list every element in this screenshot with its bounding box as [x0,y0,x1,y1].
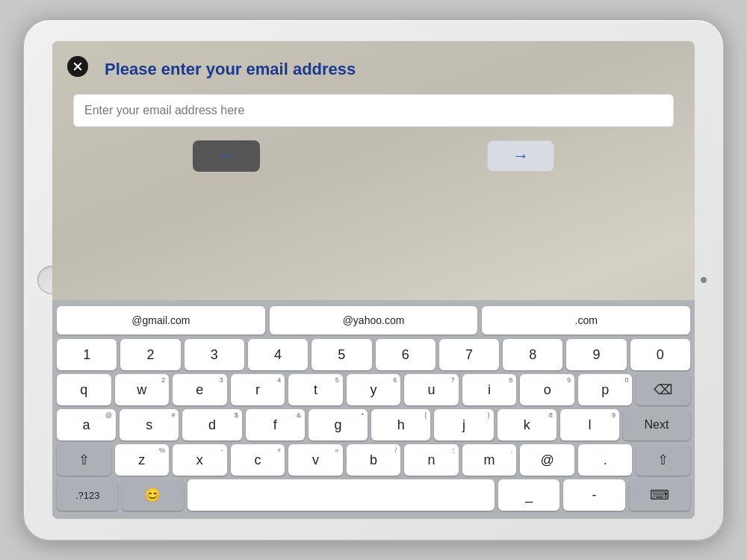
key-period[interactable]: . [578,444,633,476]
key-7[interactable]: 7 [439,339,499,370]
keyboard-hide-button[interactable]: ⌨ [629,479,690,511]
close-button[interactable] [67,56,88,77]
nav-buttons: ← → [73,140,674,172]
key-g[interactable]: *g [309,409,368,441]
side-button [701,277,707,283]
forward-button[interactable]: → [487,140,554,172]
key-1[interactable]: 1 [57,339,117,370]
autocomplete-row: @gmail.com @yahoo.com .com [57,306,690,335]
key-o[interactable]: 9o [520,374,574,405]
underscore-button[interactable]: _ [498,479,560,511]
space-bar[interactable] [187,479,495,511]
screen: Please enter your email address ← → @gma… [52,41,695,519]
number-row: 1 2 3 4 5 6 7 8 9 0 [57,339,690,370]
key-j[interactable]: )j [434,409,493,441]
autocomplete-yahoo[interactable]: @yahoo.com [270,306,478,335]
next-button[interactable]: Next [623,409,690,441]
key-m[interactable]: ,m [462,444,517,476]
key-q[interactable]: q [57,374,111,405]
dash-button[interactable]: - [563,479,624,511]
qwerty-row: q 2w 3e 4r 5t 6y 7u 8i 9o 0p ⌫ [57,374,690,405]
asdf-row: @a #s $d &f *g (h )j 8k 9l Next [57,409,690,441]
key-w[interactable]: 2w [115,374,170,405]
key-3[interactable]: 3 [185,339,244,370]
shift-right-icon: ⇧ [657,452,669,468]
key-2[interactable]: 2 [120,339,180,370]
key-x[interactable]: -x [173,444,227,476]
key-at[interactable]: @ [520,444,574,476]
key-p[interactable]: 0p [578,374,633,405]
ipad-frame: Please enter your email address ← → @gma… [22,19,725,541]
numbers-button[interactable]: .?123 [57,479,118,511]
key-9[interactable]: 9 [566,339,626,370]
shift-left-button[interactable]: ⇧ [57,444,111,476]
key-8[interactable]: 8 [503,339,562,370]
key-0[interactable]: 0 [630,339,690,370]
key-a[interactable]: @a [57,409,116,441]
shift-left-icon: ⇧ [78,452,90,468]
key-f[interactable]: &f [246,409,305,441]
key-4[interactable]: 4 [248,339,308,370]
modal-area: Please enter your email address ← → [52,41,695,258]
key-h[interactable]: (h [371,409,430,441]
modal-title: Please enter your email address [105,59,674,81]
backspace-button[interactable]: ⌫ [636,374,690,405]
key-d[interactable]: $d [182,409,241,441]
key-t[interactable]: 5t [288,374,343,405]
key-l[interactable]: 9l [560,409,619,441]
autocomplete-gmail[interactable]: @gmail.com [57,306,265,335]
bottom-row: .?123 😊 _ - ⌨ [57,479,690,511]
back-arrow-icon: ← [218,146,235,166]
key-6[interactable]: 6 [376,339,436,370]
key-i[interactable]: 8i [462,374,517,405]
key-v[interactable]: =v [288,444,343,476]
key-u[interactable]: 7u [404,374,459,405]
key-y[interactable]: 6y [347,374,401,405]
key-r[interactable]: 4r [231,374,285,405]
forward-arrow-icon: → [512,146,529,166]
emoji-button[interactable]: 😊 [122,479,183,511]
key-c[interactable]: +c [231,444,285,476]
back-button[interactable]: ← [193,140,260,172]
backspace-icon: ⌫ [654,382,672,398]
shift-right-button[interactable]: ⇧ [636,444,690,476]
key-b[interactable]: /b [347,444,401,476]
keyboard: @gmail.com @yahoo.com .com 1 2 3 4 5 6 7… [52,300,695,519]
key-5[interactable]: 5 [311,339,371,370]
key-n[interactable]: ;n [404,444,459,476]
key-z[interactable]: %z [115,444,170,476]
key-e[interactable]: 3e [173,374,227,405]
zxcv-row: ⇧ %z -x +c =v /b ;n ,m @ . ⇧ [57,444,690,476]
email-input[interactable] [73,94,674,127]
autocomplete-dotcom[interactable]: .com [482,306,690,335]
key-s[interactable]: #s [120,409,179,441]
key-k[interactable]: 8k [498,409,557,441]
